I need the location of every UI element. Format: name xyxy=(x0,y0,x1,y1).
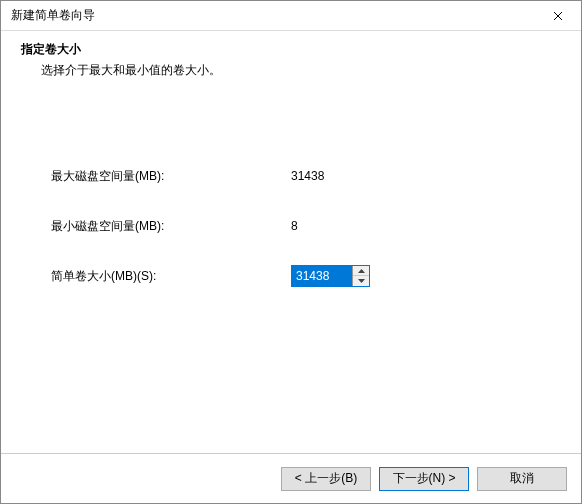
close-button[interactable] xyxy=(535,1,581,31)
volume-size-input[interactable] xyxy=(292,266,352,286)
page-subheading: 选择介于最大和最小值的卷大小。 xyxy=(41,62,561,79)
volume-size-row: 简单卷大小(MB)(S): xyxy=(51,265,541,287)
min-space-value: 8 xyxy=(291,219,298,233)
cancel-button[interactable]: 取消 xyxy=(477,467,567,491)
chevron-down-icon xyxy=(358,279,365,283)
spinner-up-button[interactable] xyxy=(353,266,369,276)
close-icon xyxy=(553,11,563,21)
spinner-buttons xyxy=(352,266,369,286)
wizard-footer: < 上一步(B) 下一步(N) > 取消 xyxy=(1,453,581,503)
min-space-label: 最小磁盘空间量(MB): xyxy=(51,218,291,235)
volume-size-spinner xyxy=(291,265,370,287)
next-button[interactable]: 下一步(N) > xyxy=(379,467,469,491)
wizard-window: 新建简单卷向导 指定卷大小 选择介于最大和最小值的卷大小。 最大磁盘空间量(MB… xyxy=(0,0,582,504)
chevron-up-icon xyxy=(358,269,365,273)
volume-size-label: 简单卷大小(MB)(S): xyxy=(51,268,291,285)
window-title: 新建简单卷向导 xyxy=(11,7,95,24)
spinner-down-button[interactable] xyxy=(353,276,369,286)
max-space-value: 31438 xyxy=(291,169,324,183)
wizard-content: 最大磁盘空间量(MB): 31438 最小磁盘空间量(MB): 8 简单卷大小(… xyxy=(1,95,581,453)
back-button[interactable]: < 上一步(B) xyxy=(281,467,371,491)
max-space-label: 最大磁盘空间量(MB): xyxy=(51,168,291,185)
titlebar: 新建简单卷向导 xyxy=(1,1,581,31)
min-space-row: 最小磁盘空间量(MB): 8 xyxy=(51,215,541,237)
max-space-row: 最大磁盘空间量(MB): 31438 xyxy=(51,165,541,187)
wizard-header: 指定卷大小 选择介于最大和最小值的卷大小。 xyxy=(1,31,581,95)
page-heading: 指定卷大小 xyxy=(21,41,561,58)
